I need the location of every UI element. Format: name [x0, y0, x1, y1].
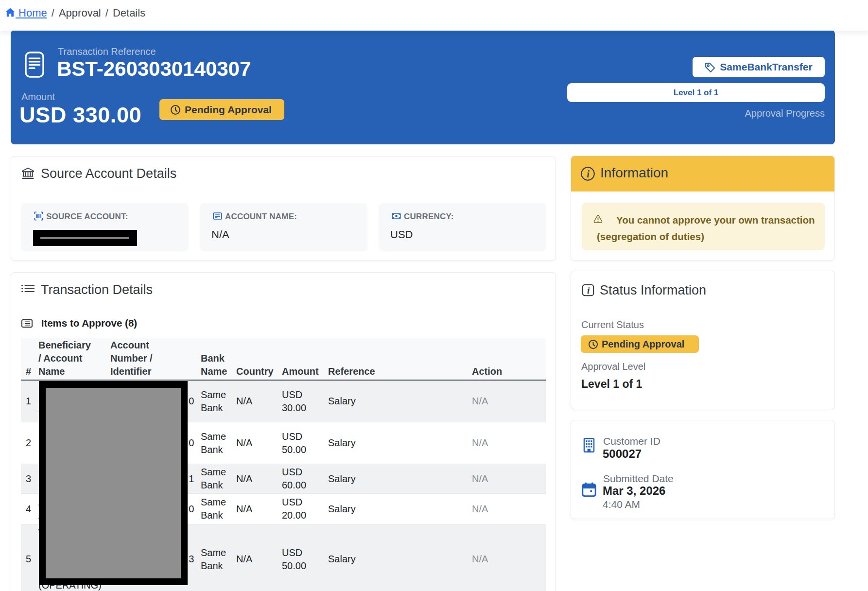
svg-text:i: i	[587, 285, 590, 296]
svg-text:i: i	[587, 168, 590, 180]
